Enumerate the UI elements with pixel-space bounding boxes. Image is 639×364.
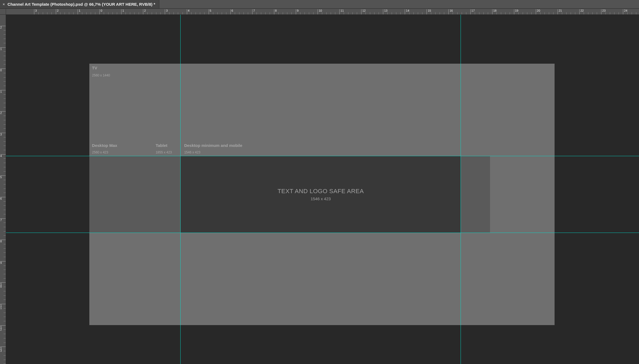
guide-vertical[interactable] — [461, 15, 461, 364]
ruler-vertical[interactable]: 21012345678910111213 — [0, 15, 6, 364]
guide-vertical[interactable] — [180, 15, 181, 364]
zone-label-mobile: Desktop minimum and mobile — [184, 143, 242, 148]
zone-label-tv: TV — [92, 66, 97, 70]
zone-desktop-max-strip — [89, 156, 154, 232]
close-icon[interactable]: × — [3, 2, 5, 6]
safe-area-title: TEXT AND LOGO SAFE AREA — [278, 188, 364, 195]
guide-horizontal[interactable] — [6, 156, 639, 156]
zone-safe-area: TEXT AND LOGO SAFE AREA 1546 x 423 — [181, 156, 461, 232]
zone-right-strip — [461, 156, 490, 232]
document-tab-title: Channel Art Template (Photoshop).psd @ 6… — [8, 2, 155, 7]
ruler-origin-corner[interactable] — [0, 9, 6, 15]
guide-horizontal[interactable] — [6, 233, 639, 233]
zone-label-tablet: Tablet — [156, 143, 167, 148]
document-tab-bar: × Channel Art Template (Photoshop).psd @… — [0, 0, 639, 9]
safe-area-dim: 1546 x 423 — [311, 196, 331, 201]
zone-dim-tv: 2560 x 1440 — [92, 73, 110, 77]
document-tab[interactable]: × Channel Art Template (Photoshop).psd @… — [0, 0, 159, 8]
canvas-viewport[interactable]: TEXT AND LOGO SAFE AREA 1546 x 423 TV 25… — [6, 15, 639, 364]
workspace: 3210123456789101112131415161718192021222… — [0, 9, 639, 364]
zone-dim-desktop: 2560 x 423 — [92, 150, 108, 154]
zone-tablet-strip — [154, 156, 181, 232]
zone-dim-mobile: 1546 x 423 — [184, 150, 200, 154]
zone-label-desktop: Desktop Max — [92, 143, 117, 148]
zone-dim-tablet: 1855 x 423 — [156, 150, 172, 154]
ruler-horizontal[interactable]: 3210123456789101112131415161718192021222… — [6, 9, 639, 15]
